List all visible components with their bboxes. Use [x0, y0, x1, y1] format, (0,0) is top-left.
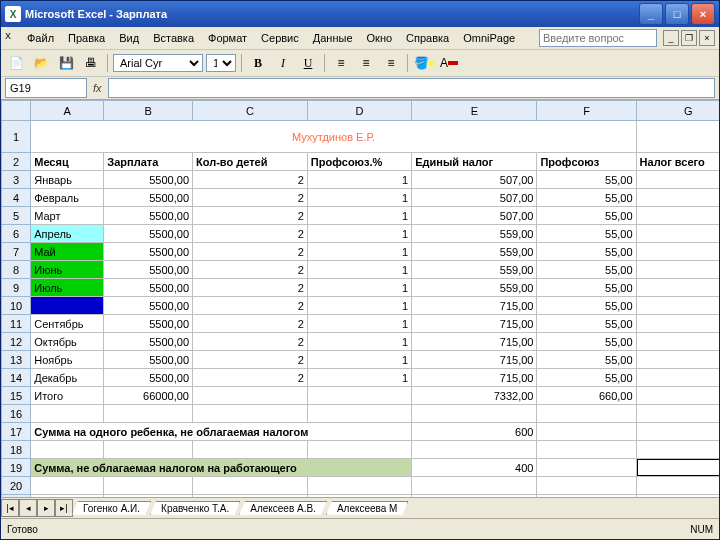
- cell-children[interactable]: 2: [193, 333, 308, 351]
- underline-icon[interactable]: [297, 52, 319, 74]
- cell[interactable]: [636, 369, 719, 387]
- cell[interactable]: [307, 495, 411, 498]
- cell-tax[interactable]: 559,00: [412, 243, 537, 261]
- cell[interactable]: [636, 405, 719, 423]
- cell[interactable]: [412, 405, 537, 423]
- cell[interactable]: [636, 333, 719, 351]
- cell-union-pct[interactable]: 1: [307, 297, 411, 315]
- header-children[interactable]: Кол-во детей: [193, 153, 308, 171]
- row-header[interactable]: 9: [2, 279, 31, 297]
- align-center-icon[interactable]: [355, 52, 377, 74]
- cell[interactable]: [537, 459, 636, 477]
- row-header[interactable]: 7: [2, 243, 31, 261]
- cell-month[interactable]: Декабрь: [31, 369, 104, 387]
- menu-tools[interactable]: Сервис: [255, 30, 305, 46]
- cell-month[interactable]: Май: [31, 243, 104, 261]
- cell[interactable]: [636, 207, 719, 225]
- cell-children[interactable]: [193, 387, 308, 405]
- cell-union-pct[interactable]: 1: [307, 279, 411, 297]
- cell-salary[interactable]: 5500,00: [104, 333, 193, 351]
- cell[interactable]: [636, 171, 719, 189]
- cell[interactable]: [31, 405, 104, 423]
- cell-union-pct[interactable]: [307, 387, 411, 405]
- minimize-button[interactable]: _: [639, 3, 663, 25]
- col-header-F[interactable]: F: [537, 101, 636, 121]
- cell-month[interactable]: Октябрь: [31, 333, 104, 351]
- cell[interactable]: [636, 315, 719, 333]
- cell[interactable]: [537, 441, 636, 459]
- row-header[interactable]: 11: [2, 315, 31, 333]
- cell-salary[interactable]: 5500,00: [104, 243, 193, 261]
- cell-tax[interactable]: 7332,00: [412, 387, 537, 405]
- cell-union[interactable]: 55,00: [537, 225, 636, 243]
- tab-last-icon[interactable]: ▸|: [55, 499, 73, 517]
- col-header-B[interactable]: B: [104, 101, 193, 121]
- note-child-val[interactable]: 600: [412, 423, 537, 441]
- col-header-E[interactable]: E: [412, 101, 537, 121]
- row-header[interactable]: 2: [2, 153, 31, 171]
- cell-union-pct[interactable]: 1: [307, 315, 411, 333]
- cell[interactable]: [412, 477, 537, 495]
- active-cell[interactable]: [636, 459, 719, 477]
- cell-union-pct[interactable]: 1: [307, 243, 411, 261]
- cell-union[interactable]: 55,00: [537, 207, 636, 225]
- menu-window[interactable]: Окно: [361, 30, 399, 46]
- cell-tax[interactable]: 715,00: [412, 315, 537, 333]
- menu-insert[interactable]: Вставка: [147, 30, 200, 46]
- cell[interactable]: [193, 441, 308, 459]
- note-worker-val[interactable]: 400: [412, 459, 537, 477]
- cell[interactable]: [636, 225, 719, 243]
- cell-month[interactable]: Ноябрь: [31, 351, 104, 369]
- cell-children[interactable]: 2: [193, 315, 308, 333]
- cell[interactable]: [307, 405, 411, 423]
- cell-children[interactable]: 2: [193, 171, 308, 189]
- cell-month[interactable]: Февраль: [31, 189, 104, 207]
- cell-month[interactable]: [31, 297, 104, 315]
- cell[interactable]: [412, 441, 537, 459]
- cell-tax[interactable]: 559,00: [412, 279, 537, 297]
- cell-month[interactable]: Июнь: [31, 261, 104, 279]
- cell-children[interactable]: 2: [193, 243, 308, 261]
- cell-tax[interactable]: 715,00: [412, 297, 537, 315]
- cell[interactable]: [31, 441, 104, 459]
- print-icon[interactable]: [80, 52, 102, 74]
- cell[interactable]: [537, 405, 636, 423]
- cell[interactable]: [104, 441, 193, 459]
- cell-union-pct[interactable]: 1: [307, 261, 411, 279]
- align-left-icon[interactable]: [330, 52, 352, 74]
- tab-prev-icon[interactable]: ◂: [19, 499, 37, 517]
- col-header-C[interactable]: C: [193, 101, 308, 121]
- cell-children[interactable]: 2: [193, 351, 308, 369]
- open-icon[interactable]: [30, 52, 52, 74]
- note-child[interactable]: Сумма на одного ребенка, не облагаемая н…: [31, 423, 412, 441]
- cell[interactable]: [636, 261, 719, 279]
- row-header[interactable]: 12: [2, 333, 31, 351]
- cell-month[interactable]: Сентябрь: [31, 315, 104, 333]
- header-union-pct[interactable]: Профсоюз.%: [307, 153, 411, 171]
- row-header[interactable]: 21: [2, 495, 31, 498]
- name-box[interactable]: G19: [5, 78, 87, 98]
- cell-union[interactable]: 55,00: [537, 369, 636, 387]
- title-cell[interactable]: Мухутдинов Е.Р.: [31, 121, 636, 153]
- cell-tax[interactable]: 507,00: [412, 189, 537, 207]
- sheet-tab[interactable]: Гогенко А.И.: [72, 501, 151, 515]
- select-all-corner[interactable]: [2, 101, 31, 121]
- row-header[interactable]: 3: [2, 171, 31, 189]
- cell[interactable]: [636, 477, 719, 495]
- menu-omnipage[interactable]: OmniPage: [457, 30, 521, 46]
- col-header-D[interactable]: D: [307, 101, 411, 121]
- cell[interactable]: [193, 477, 308, 495]
- cell-tax[interactable]: 715,00: [412, 351, 537, 369]
- mdi-minimize-button[interactable]: _: [663, 30, 679, 46]
- sheet-tab[interactable]: Кравченко Т.А.: [150, 501, 240, 515]
- fx-icon[interactable]: fx: [93, 82, 102, 94]
- cell-children[interactable]: 2: [193, 207, 308, 225]
- cell-tax[interactable]: 507,00: [412, 207, 537, 225]
- cell[interactable]: [193, 495, 308, 498]
- cell[interactable]: [104, 405, 193, 423]
- cell-tax[interactable]: 715,00: [412, 333, 537, 351]
- cell-salary[interactable]: 66000,00: [104, 387, 193, 405]
- sheet-tab[interactable]: Алексеев А.В.: [239, 501, 327, 515]
- help-search-input[interactable]: [539, 29, 657, 47]
- cell[interactable]: [104, 477, 193, 495]
